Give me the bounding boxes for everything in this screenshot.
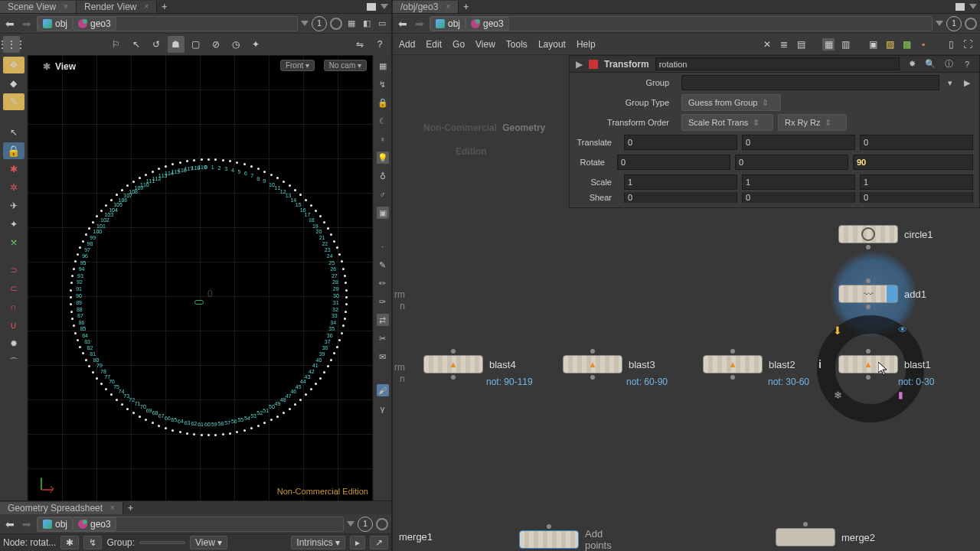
f1[interactable]: ✱ (60, 536, 79, 549)
dropdown-icon[interactable]: ▾ (944, 77, 956, 89)
fwd-button[interactable]: ➡ (20, 517, 34, 531)
help-icon[interactable]: ? (371, 36, 388, 53)
brush-icon[interactable]: 🖌 (377, 384, 389, 396)
parm-rord-select[interactable]: Rx Ry Rz (778, 114, 847, 131)
menu-go[interactable]: Go (452, 39, 465, 50)
intrinsics-select[interactable]: Intrinsics ▾ (291, 536, 345, 549)
ty[interactable] (742, 135, 855, 150)
node-add1[interactable]: add1 (838, 285, 926, 303)
s1[interactable]: · (377, 240, 389, 253)
arrow-tool[interactable]: ↖ (3, 124, 24, 141)
gamma-icon[interactable]: γ (377, 403, 389, 415)
shy[interactable] (742, 192, 855, 203)
link-group[interactable]: 1 (946, 16, 962, 31)
pane-menu-icon[interactable] (969, 4, 977, 9)
path-field[interactable]: obj geo3 (430, 16, 933, 31)
r8[interactable]: ♂ (377, 188, 389, 201)
shz[interactable] (860, 192, 973, 203)
maximize-icon[interactable] (367, 3, 376, 11)
sticky-icon[interactable]: ▨ (884, 38, 896, 51)
tab-add-button[interactable]: + (157, 0, 172, 14)
gear-icon[interactable]: ✸ (906, 58, 918, 70)
menu-add[interactable]: Add (399, 39, 415, 50)
path-geo[interactable]: geo3 (73, 517, 116, 531)
view-label[interactable]: ✱View (43, 61, 76, 72)
r2[interactable]: ↯ (377, 78, 389, 90)
help-icon[interactable]: ? (961, 58, 973, 70)
ghost-icon[interactable]: ☗ (168, 36, 185, 53)
ry[interactable] (735, 155, 848, 170)
f3[interactable]: ▸ (350, 536, 365, 549)
rx[interactable] (617, 155, 730, 170)
flag-icon[interactable]: ⚐ (108, 36, 125, 53)
rz[interactable] (853, 155, 973, 170)
path-geo[interactable]: geo3 (73, 17, 116, 31)
mag4-tool[interactable]: ∪ (3, 317, 24, 334)
settings-icon[interactable]: ⇋ (351, 36, 368, 53)
sz[interactable] (860, 174, 973, 190)
menu-tools[interactable]: Tools (506, 39, 528, 50)
freeze-icon[interactable]: ❄ (834, 390, 842, 401)
mi8[interactable]: ▩ (900, 38, 913, 51)
mi1[interactable]: ✕ (761, 38, 773, 51)
tab-geometry-spreadsheet[interactable]: Geometry Spreadsheet× (0, 502, 123, 514)
node-merge2[interactable]: merge2 (776, 528, 875, 546)
close-icon[interactable]: × (446, 2, 450, 11)
rocket-tool[interactable]: ✈ (3, 197, 24, 214)
s3[interactable]: ✏ (377, 277, 389, 289)
path-field[interactable]: obj geo3 (37, 517, 344, 532)
maximize-icon[interactable] (956, 3, 965, 11)
s7[interactable]: ✉ (377, 350, 389, 363)
red2-tool[interactable]: ✲ (3, 179, 24, 196)
info-icon[interactable]: i (818, 358, 822, 370)
mi9[interactable]: ▪ (917, 38, 929, 51)
path-field[interactable]: obj geo3 (37, 16, 298, 31)
select-icon[interactable]: ▶ (961, 77, 973, 89)
mag2-tool[interactable]: ⊂ (3, 280, 24, 297)
tx[interactable] (624, 135, 737, 150)
template-icon[interactable]: ▮ (898, 390, 903, 400)
mi11[interactable]: ⛶ (962, 38, 974, 51)
back-button[interactable]: ⬅ (396, 17, 410, 31)
path-obj[interactable]: obj (430, 17, 466, 31)
s5[interactable]: ⇄ (377, 314, 389, 326)
fwd-button[interactable]: ➡ (413, 17, 426, 31)
bulb-icon[interactable]: 💡 (377, 152, 389, 164)
lock-tool[interactable]: 🔒 (3, 142, 24, 159)
clock-icon[interactable]: ◷ (227, 36, 244, 53)
fwd-button[interactable]: ➡ (20, 17, 34, 31)
tz[interactable] (860, 135, 973, 150)
nocam-menu[interactable]: No cam ▾ (324, 60, 367, 71)
shx[interactable] (624, 192, 737, 203)
select-tool[interactable]: ✥ (3, 57, 24, 73)
link-group[interactable]: 1 (312, 16, 327, 31)
f4[interactable]: ↗ (370, 536, 388, 549)
grid-menu-icon[interactable]: ⋮⋮⋮ (3, 36, 20, 53)
mi6[interactable]: ▣ (867, 38, 879, 51)
r9[interactable]: ▣ (377, 207, 389, 219)
path-menu[interactable] (301, 21, 309, 26)
info-icon[interactable]: ⓘ (942, 58, 955, 70)
node-blast2[interactable]: blast2 (703, 355, 795, 373)
camera-menu[interactable]: Front ▾ (280, 60, 315, 71)
parm-group-input[interactable] (681, 75, 939, 90)
red1-tool[interactable]: ✱ (3, 161, 24, 178)
cam-icon[interactable]: ▢ (188, 36, 204, 53)
menu-help[interactable]: Help (577, 39, 596, 50)
axis-tool[interactable]: ⤧ (3, 234, 24, 251)
pane-menu-icon[interactable] (381, 4, 388, 9)
back-button[interactable]: ⬅ (3, 17, 17, 31)
mi5[interactable]: ▥ (839, 38, 851, 51)
take-icon[interactable] (965, 18, 977, 30)
s2[interactable]: ✎ (377, 259, 389, 271)
collapse-icon[interactable]: ▶ (576, 59, 583, 70)
path-menu[interactable] (347, 521, 354, 527)
menu-view[interactable]: View (475, 39, 495, 50)
op-name-input[interactable] (655, 57, 900, 70)
tool1[interactable]: ▦ (345, 18, 358, 30)
nolink-icon[interactable]: ⊘ (207, 36, 224, 53)
tool-a[interactable]: ◆ (3, 75, 24, 92)
node-addpts[interactable]: Add points (519, 528, 612, 551)
node-circle1[interactable]: circle1 (838, 225, 933, 243)
menu-layout[interactable]: Layout (538, 39, 566, 50)
